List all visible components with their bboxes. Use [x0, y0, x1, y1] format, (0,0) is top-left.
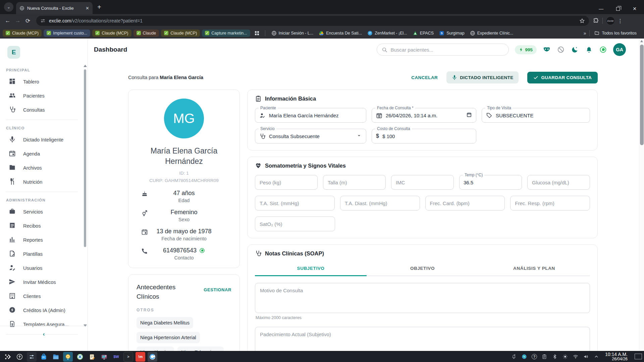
- show-desktop-button[interactable]: [635, 354, 642, 359]
- vital-field-temp[interactable]: Temp (°C)36.5: [459, 175, 522, 190]
- sidebar-item-reportes[interactable]: Reportes: [0, 233, 84, 247]
- notes-app-icon[interactable]: [87, 352, 97, 362]
- clipboard-tray-icon[interactable]: [541, 354, 547, 360]
- terminal-icon[interactable]: >: [123, 352, 133, 362]
- smart-dictation-button[interactable]: DICTADO INTELIGENTE: [446, 71, 519, 83]
- browser-app-icon[interactable]: [148, 352, 157, 362]
- window-close-button[interactable]: ✕: [633, 6, 637, 11]
- help-icon[interactable]: ?: [532, 354, 537, 359]
- sidebar-item-usuarios[interactable]: Usuarios: [0, 261, 84, 275]
- app-store-icon[interactable]: [39, 352, 49, 362]
- moon-icon[interactable]: [571, 46, 579, 54]
- sidebar-item-tablero[interactable]: Tablero: [0, 75, 84, 89]
- pinned-chip[interactable]: ✓Claude (MCP): [161, 29, 200, 37]
- vital-input[interactable]: SatO₂ (%): [255, 217, 335, 231]
- consult-date-field[interactable]: Fecha de Consulta * 26/04/2026, 10:14 a.…: [372, 108, 476, 123]
- vital-input[interactable]: Peso (kg): [255, 175, 318, 190]
- active-tab[interactable]: Nueva Consulta - Exclie ✕: [16, 2, 93, 14]
- whatsapp-icon[interactable]: [199, 248, 205, 253]
- sidebar-scroll-thumb[interactable]: [84, 69, 86, 247]
- site-info-icon[interactable]: [40, 18, 46, 23]
- bookmark-item[interactable]: EPACS: [410, 31, 436, 36]
- window-restore-button[interactable]: [616, 7, 620, 11]
- active-app-orange-icon[interactable]: [63, 352, 73, 362]
- search-input[interactable]: Buscar pacientes...: [377, 44, 509, 56]
- sidebar-item-agenda[interactable]: Agenda: [0, 147, 84, 161]
- proton-x-app-icon[interactable]: [75, 352, 85, 362]
- sidebar-scrollbar[interactable]: [84, 65, 86, 327]
- page-scrollbar[interactable]: [639, 39, 644, 351]
- clock[interactable]: 10:14 A.M. 26/04/26: [605, 352, 628, 362]
- sidebar-item-servicios[interactable]: Servicios: [0, 205, 84, 219]
- tab-close-icon[interactable]: ✕: [86, 6, 89, 11]
- sidebar-item-nutrici-n[interactable]: Nutrición: [0, 175, 84, 189]
- window-minimize-button[interactable]: —: [599, 6, 603, 11]
- tab-search-button[interactable]: ⌄: [4, 2, 13, 12]
- bookmarks-overflow-chevron[interactable]: »: [584, 31, 586, 36]
- pinned-chip[interactable]: ✓Claude (MCP): [92, 29, 131, 37]
- sidebar-item-pacientes[interactable]: Pacientes: [0, 89, 84, 103]
- vital-input[interactable]: Frec. Resp. (rpm): [510, 196, 590, 210]
- block-icon[interactable]: [557, 46, 565, 54]
- updates-icon[interactable]: [15, 352, 24, 362]
- scroll-up-arrow-icon[interactable]: [84, 65, 87, 67]
- forward-button[interactable]: →: [13, 16, 23, 26]
- file-manager-icon[interactable]: [51, 352, 61, 362]
- user-avatar[interactable]: GA: [613, 43, 626, 56]
- pinned-chip[interactable]: ✓Implement custo...: [44, 29, 90, 37]
- browser-menu-icon[interactable]: ⋮: [618, 18, 623, 24]
- reason-textarea[interactable]: Motivo de Consulta: [255, 283, 590, 313]
- sidebar-item-recibos[interactable]: Recibos: [0, 219, 84, 233]
- cost-field[interactable]: Costo de Consulta $ $ 100: [372, 129, 476, 143]
- bookmark-item[interactable]: ZenMarket - ¡El...: [365, 31, 410, 36]
- bookmark-item[interactable]: Iniciar Sesión - L...: [269, 31, 316, 36]
- all-favorites-button[interactable]: Todos los favoritos: [594, 31, 637, 36]
- sidebar-collapse[interactable]: ‹: [0, 326, 88, 338]
- pinned-chip[interactable]: ✓Claude (MCP): [3, 29, 42, 37]
- sw-app-icon[interactable]: $W: [111, 352, 121, 362]
- volume-icon[interactable]: [583, 354, 589, 360]
- app-logo[interactable]: E: [7, 46, 20, 59]
- current-condition-textarea[interactable]: Padecimiento Actual (Subjetivo): [255, 327, 590, 351]
- sidebar-item-invitar-m-dicos[interactable]: Invitar Médicos: [0, 275, 84, 289]
- scroll-up-arrow-icon[interactable]: [640, 40, 643, 42]
- credits-badge[interactable]: 995: [515, 45, 537, 54]
- bookmark-star-icon[interactable]: [579, 18, 585, 24]
- vital-input[interactable]: Glucosa (mg/dL): [527, 175, 590, 190]
- manage-button[interactable]: GESTIONAR: [204, 287, 231, 292]
- settings-sliders-icon[interactable]: [27, 352, 37, 362]
- extensions-icon[interactable]: [593, 18, 599, 24]
- sidebar-item-archivos[interactable]: Archivos: [0, 161, 84, 175]
- soap-tab-objetivo[interactable]: OBJETIVO: [367, 261, 478, 276]
- brightness-icon[interactable]: [562, 354, 568, 360]
- start-menu-button[interactable]: [3, 352, 12, 362]
- whatsapp-icon[interactable]: [599, 46, 607, 54]
- sidebar-item-clientes[interactable]: Clientes: [0, 289, 84, 303]
- sidebar-item-consultas[interactable]: Consultas: [0, 103, 84, 117]
- wifi-icon[interactable]: [573, 354, 579, 360]
- sidebar-item-dictado-inteligente[interactable]: Dictado Inteligente: [0, 133, 84, 147]
- notifications-muted-icon[interactable]: [511, 354, 517, 360]
- screenshot-tool-icon[interactable]: [99, 352, 109, 362]
- vital-input[interactable]: T.A. Sist. (mmHg): [255, 196, 335, 210]
- reload-button[interactable]: ⟳: [23, 16, 33, 26]
- soap-tab-an-lisis-y-plan[interactable]: ANÁLISIS Y PLAN: [478, 261, 590, 276]
- cancel-button[interactable]: CANCELAR: [411, 75, 438, 80]
- tray-app-icon[interactable]: [521, 354, 527, 360]
- bookmark-item[interactable]: Expediente Clínic...: [467, 31, 516, 36]
- vital-input[interactable]: Talla (m): [323, 175, 386, 190]
- tray-expand-chevron-icon[interactable]: [593, 354, 599, 360]
- sidebar-item-plantillas[interactable]: Plantillas: [0, 247, 84, 261]
- bluetooth-icon[interactable]: [552, 354, 558, 360]
- vital-input[interactable]: T.A. Diast. (mmHg): [340, 196, 420, 210]
- pinned-chip[interactable]: ✓Claude: [133, 29, 159, 37]
- page-scroll-thumb[interactable]: [640, 45, 644, 145]
- bookmark-item[interactable]: Encuesta De Sati...: [316, 31, 365, 36]
- bookmark-item[interactable]: SSurgimap: [436, 31, 467, 36]
- visit-type-field[interactable]: Tipo de Visita SUBSECUENTE: [482, 108, 590, 123]
- back-button[interactable]: ←: [3, 16, 13, 26]
- service-select[interactable]: Servicio Consulta Subsecuente: [255, 129, 366, 143]
- bell-icon[interactable]: [585, 46, 593, 54]
- sidebar-item-cr-ditos-ia-admin-[interactable]: Créditos IA (Admin): [0, 303, 84, 317]
- apps-grid-icon[interactable]: [255, 31, 259, 35]
